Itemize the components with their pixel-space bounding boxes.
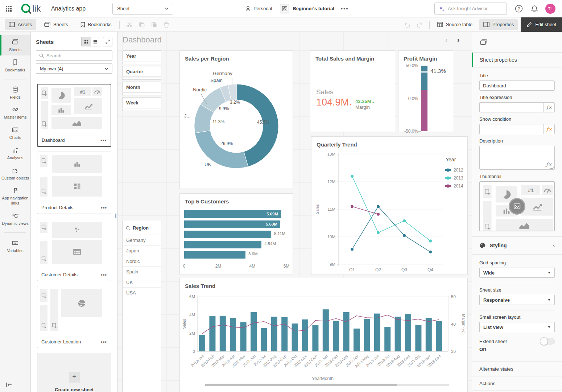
collection-filter-select[interactable]: My own (4) [36,63,112,74]
expand-panel-icon[interactable] [103,37,112,46]
insight-advisor-input[interactable]: Ask Insight Advisor [434,3,507,15]
region-item-japan[interactable]: Japan [123,245,161,256]
grid-spacing-select[interactable]: Wide▼ [479,268,555,278]
sidebar-item-bookmarks[interactable]: Bookmarks [0,55,30,76]
region-item-spain[interactable]: Spain [123,266,161,277]
source-table-button[interactable]: Source table [433,19,476,30]
sheet-card-dashboard[interactable]: #1 Dashboard••• [37,84,111,147]
properties-button[interactable]: Properties [479,19,518,30]
filter-box-quarter[interactable]: Quarter [122,66,161,77]
filter-box-week[interactable]: Week [122,97,161,108]
sheet-card-customer-location[interactable]: Customer Location••• [37,286,111,348]
bar-row[interactable]: 5.11M [184,230,290,240]
notifications-icon[interactable] [531,5,538,13]
quarterly-trend-chart[interactable]: Quarterly Trend 13M12M11M10M9MQ1Q2Q3Q4Sa… [311,136,468,275]
title-expression-input[interactable] [479,102,544,112]
sidebar-item-app-navigation-links[interactable]: App navigation links [0,183,30,209]
sidebar-item-charts[interactable]: Charts [0,123,30,143]
total-sales-kpi[interactable]: Total Sales and Margin Sales 104.9M▾ 43.… [310,50,395,132]
thumb-block [483,185,492,198]
change-thumbnail-icon[interactable] [509,198,525,215]
app-breadcrumb[interactable]: Beginner's tutorial [280,4,334,13]
prev-sheet-icon[interactable]: ‹ [445,36,447,44]
panel-resize-handle[interactable]: ∥ [115,213,117,218]
sidebar-item-dynamic-views[interactable]: Dynamic views [0,209,30,229]
list-view-icon[interactable] [91,37,100,46]
sheet-menu-icon[interactable]: ••• [100,137,107,143]
sheets-tab[interactable]: Sheets [40,19,72,30]
sheet-menu-icon[interactable]: ••• [101,339,107,344]
next-sheet-icon[interactable]: › [457,36,459,44]
redo-icon[interactable] [413,19,426,30]
more-options-icon[interactable]: ••• [341,5,349,12]
sheet-search-input[interactable] [46,53,109,58]
bar-row[interactable]: 3.6M [184,250,290,260]
create-new-sheet-button[interactable]: +Create new sheet [37,353,111,392]
top5-customers-chart[interactable]: Top 5 Customers 5.69M 5.63M 5.11M 4.54M … [179,193,293,275]
bookmarks-tab[interactable]: Bookmarks [77,19,116,30]
grid-view-icon[interactable] [82,37,91,46]
title-input[interactable] [479,81,555,91]
edit-sheet-button[interactable]: Edit sheet [521,17,562,32]
sheet-card-product-details[interactable]: Product Details••• [37,152,111,214]
svg-text:2014: 2014 [454,183,463,189]
sidebar-item-fields[interactable]: Fields [0,83,30,103]
charts-icon [12,126,19,133]
expression-editor-icon[interactable]: ƒ× [546,162,552,167]
sales-trend-chart[interactable]: Sales Trend 6M4M2M05040302012-Jan2012-Fe… [179,278,468,392]
sidebar-item-master-items[interactable]: Master items [0,103,30,123]
region-item-nordic[interactable]: Nordic [123,256,161,266]
undo-icon[interactable] [401,19,413,30]
sheet-card-customer-details[interactable]: Customer Details••• [37,219,111,281]
filter-box-year[interactable]: Year [122,50,161,61]
filter-box-month[interactable]: Month [122,82,161,92]
sidebar-item-sheets[interactable]: Sheets [0,35,30,55]
alternate-states-section[interactable]: Alternate states [472,362,562,376]
properties-panel: Sheet properties Title Title expression … [472,32,562,392]
sheet-search[interactable] [36,50,112,61]
insight-placeholder: Ask Insight Advisor [448,6,488,11]
avatar[interactable]: TL [545,4,555,14]
styling-section[interactable]: Styling › [472,236,562,255]
thumb-block [50,289,58,331]
region-item-usa[interactable]: USA [123,287,161,298]
bar-row[interactable]: 5.69M [184,210,290,220]
assets-tab[interactable]: Assets [5,19,36,30]
thumb-block [52,176,102,197]
thumbnail-preview[interactable]: #1 [479,181,555,231]
delete-icon[interactable] [160,19,173,30]
kpi-value: 104.9M▾ [316,97,352,108]
sidebar-item-custom-objects[interactable]: Custom objects [0,164,30,184]
bar-row[interactable]: 5.63M [184,220,290,230]
small-screen-select[interactable]: List view▼ [479,322,555,332]
sheet-menu-icon[interactable]: ••• [101,205,107,210]
bar-row[interactable]: 4.54M [184,240,290,250]
collapse-panel-icon[interactable] [6,382,12,388]
sheet-size-select[interactable]: Responsive▼ [479,295,555,305]
extend-sheet-toggle[interactable] [540,338,555,344]
paste-icon[interactable] [148,19,160,30]
svg-text:UK: UK [204,162,211,167]
sheet-selector[interactable]: Sheet [112,3,173,15]
show-condition-input[interactable] [479,124,544,134]
actions-section[interactable]: Actions [472,376,562,391]
chart-title: Top 5 Customers [180,194,293,205]
sidebar-item-variables[interactable]: x=Variables [0,236,30,256]
region-item-germany[interactable]: Germany [123,235,161,245]
sidebar-item-analyses[interactable]: Analyses [0,143,30,164]
personal-menu[interactable]: Personal [245,6,272,12]
cut-icon[interactable] [123,19,136,30]
sheet-menu-icon[interactable]: ••• [101,272,107,277]
region-item-uk[interactable]: UK [123,277,161,287]
svg-text:2013: 2013 [454,176,463,181]
profit-margin-gauge[interactable]: Profit Margin 50.0%0.0%-50.0%41.3% [398,50,453,132]
description-input[interactable]: ƒ× [479,146,555,170]
sales-per-region-chart[interactable]: Sales per Region GermanySpainNordicJ...U… [179,50,293,189]
expression-editor-icon[interactable]: ƒ× [544,124,555,134]
svg-text:Q1: Q1 [349,267,355,272]
app-menu-icon[interactable] [5,5,12,12]
copy-icon[interactable] [136,19,148,30]
expression-editor-icon[interactable]: ƒ× [544,102,555,112]
help-icon[interactable]: ? [515,5,523,13]
gauge-value-label: 41.3% [430,68,446,74]
